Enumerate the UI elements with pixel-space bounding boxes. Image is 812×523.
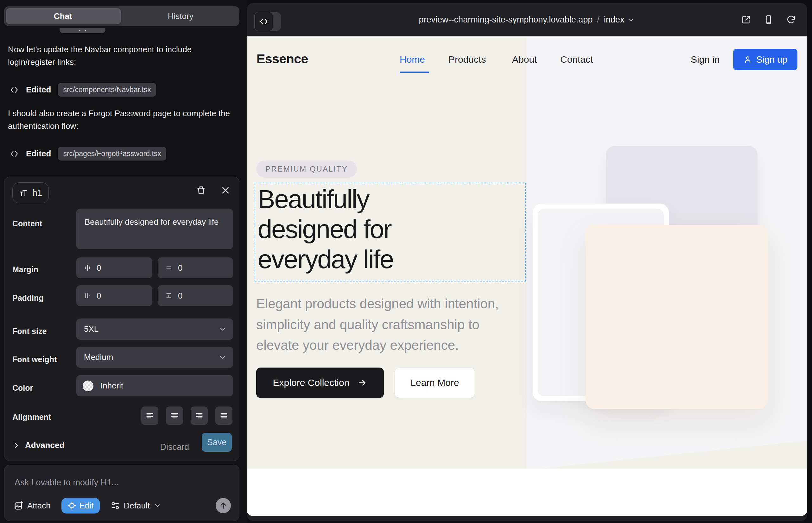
model-default-dropdown[interactable]: Default xyxy=(110,501,161,511)
align-left-button[interactable] xyxy=(141,407,158,425)
padding-vertical-icon xyxy=(165,292,173,300)
font-weight-select[interactable]: Medium xyxy=(76,347,233,368)
sliders-icon xyxy=(110,501,120,510)
image-plus-icon xyxy=(14,501,23,510)
align-center-button[interactable] xyxy=(166,407,183,425)
mobile-view-button[interactable] xyxy=(764,15,773,25)
hero-heading[interactable]: Beautifully designed for everyday life xyxy=(258,184,393,274)
refresh-button[interactable] xyxy=(786,15,796,25)
alignment-label: Alignment xyxy=(12,413,51,422)
edited-file-row: Edited src/pages/ForgotPassword.tsx xyxy=(10,147,166,161)
delete-element-button[interactable] xyxy=(196,185,206,195)
arrow-right-icon xyxy=(357,378,367,387)
nav-link-products[interactable]: Products xyxy=(448,54,486,65)
edited-label: Edited xyxy=(26,85,51,95)
discard-button[interactable]: Discard xyxy=(160,442,189,452)
url-bar[interactable]: preview--charming-site-symphony.lovable.… xyxy=(247,3,807,36)
edited-label: Edited xyxy=(26,149,51,159)
sign-in-link[interactable]: Sign in xyxy=(691,54,720,65)
nav-link-about[interactable]: About xyxy=(512,54,537,65)
open-external-button[interactable] xyxy=(741,15,751,25)
align-right-button[interactable] xyxy=(191,407,208,425)
edited-file-row: Edited src/components/Navbar.tsx xyxy=(10,83,156,96)
padding-x-input[interactable]: 0 xyxy=(76,285,152,306)
edit-mode-button[interactable]: Edit xyxy=(61,498,100,513)
font-weight-label: Font weight xyxy=(12,355,57,364)
chevron-down-icon xyxy=(218,353,227,362)
person-icon xyxy=(743,55,752,64)
site-logo[interactable]: Essence xyxy=(257,52,308,67)
assistant-message: Now let's update the Navbar component to… xyxy=(8,43,234,69)
premium-quality-badge: PREMIUM QUALITY xyxy=(256,161,357,178)
align-justify-button[interactable] xyxy=(215,407,232,425)
tab-history[interactable]: History xyxy=(122,12,240,21)
code-icon xyxy=(10,149,19,159)
hero-paragraph: Elegant products designed with intention… xyxy=(256,293,513,356)
padding-y-input[interactable]: 0 xyxy=(158,285,233,306)
advanced-toggle[interactable]: Advanced xyxy=(12,440,64,450)
site-navbar: Essence Home Products About Contact Sign… xyxy=(247,36,807,79)
color-label: Color xyxy=(12,383,33,393)
url-separator: / xyxy=(597,15,600,25)
assistant-message: I should also create a Forgot Password p… xyxy=(8,107,234,133)
lovable-chat-panel: Chat History Now let's update the Navbar… xyxy=(0,0,247,523)
chevron-down-icon xyxy=(218,325,227,333)
margin-label: Margin xyxy=(12,265,38,274)
chevron-down-icon xyxy=(628,16,635,24)
url-page: index xyxy=(604,15,624,25)
padding-horizontal-icon xyxy=(83,292,91,300)
h1-selection-outline[interactable]: Beautifully designed for everyday life xyxy=(254,183,526,282)
element-tag-pill[interactable]: h1 xyxy=(12,182,49,203)
section-below-hero xyxy=(247,469,807,516)
save-button[interactable]: Save xyxy=(202,433,232,452)
chevron-right-icon xyxy=(12,441,20,449)
explore-collection-button[interactable]: Explore Collection xyxy=(256,367,384,398)
content-label: Content xyxy=(12,219,42,228)
composer-input[interactable]: Ask Lovable to modify H1... xyxy=(15,478,119,488)
file-chip[interactable]: src/components/Navbar.tsx xyxy=(58,83,156,96)
decor-shape-peach xyxy=(586,225,768,409)
element-tag-label: h1 xyxy=(32,188,42,198)
chat-history-tabbar: Chat History xyxy=(4,6,240,26)
margin-vertical-icon xyxy=(165,264,173,272)
nav-link-home[interactable]: Home xyxy=(400,54,425,65)
site-preview: Essence Home Products About Contact Sign… xyxy=(247,36,807,516)
content-textarea[interactable]: Beautifully designed for everyday life xyxy=(76,209,233,249)
font-size-select[interactable]: 5XL xyxy=(76,319,233,340)
target-icon xyxy=(68,501,76,510)
file-chip[interactable]: src/pages/ForgotPassword.tsx xyxy=(58,147,166,161)
element-editor-panel: h1 Content Beautifully designed for ever… xyxy=(4,177,240,461)
sign-up-button[interactable]: Sign up xyxy=(733,49,797,70)
send-button[interactable] xyxy=(216,498,231,513)
padding-label: Padding xyxy=(12,293,44,303)
attach-button[interactable]: Attach xyxy=(14,501,51,511)
code-icon xyxy=(10,85,19,95)
active-nav-underline xyxy=(400,72,429,73)
preview-browser-window: preview--charming-site-symphony.lovable.… xyxy=(247,3,807,521)
nav-link-contact[interactable]: Contact xyxy=(560,54,593,65)
chat-composer: Ask Lovable to modify H1... Attach Edit … xyxy=(4,465,240,521)
learn-more-button[interactable]: Learn More xyxy=(394,367,475,398)
color-field[interactable]: Inherit xyxy=(76,375,233,396)
color-swatch xyxy=(83,381,93,391)
chevron-down-icon xyxy=(154,502,161,509)
margin-horizontal-icon xyxy=(83,264,91,272)
type-icon xyxy=(19,188,29,198)
font-size-label: Font size xyxy=(12,327,47,336)
url-host: preview--charming-site-symphony.lovable.… xyxy=(419,15,593,25)
close-panel-button[interactable] xyxy=(221,185,230,195)
margin-x-input[interactable]: 0 xyxy=(76,257,152,278)
scrolled-chip-remnant xyxy=(59,28,105,33)
margin-y-input[interactable]: 0 xyxy=(158,257,233,278)
alignment-button-group xyxy=(141,407,232,425)
